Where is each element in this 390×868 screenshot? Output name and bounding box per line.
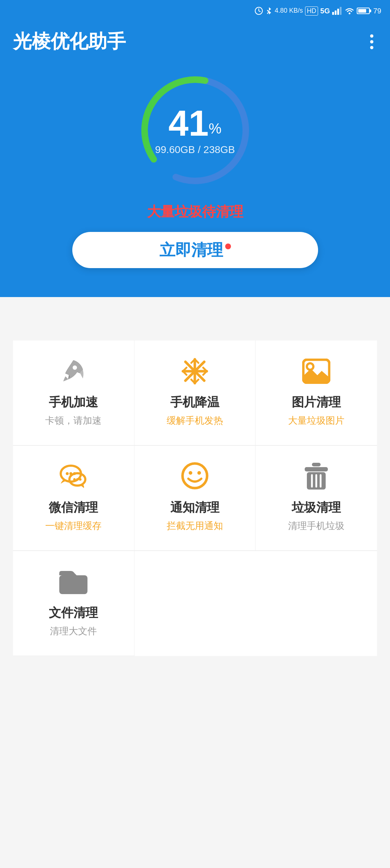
feature-name-image: 图片清理 [292, 394, 341, 411]
svg-rect-35 [312, 463, 321, 466]
svg-rect-3 [337, 9, 339, 15]
feature-notif-clean[interactable]: 通知清理 拦截无用通知 [134, 446, 256, 551]
notification-dot [225, 244, 231, 249]
features-row-2: 微信清理 一键清理缓存 通知清理 拦截无用通知 [13, 446, 377, 551]
wechat-icon [57, 460, 90, 493]
speed-display: 4.80 KB/s [275, 7, 303, 14]
feature-file-clean[interactable]: 文件清理 清理大文件 [13, 551, 134, 656]
svg-point-5 [348, 13, 350, 14]
svg-point-34 [197, 471, 201, 475]
percent-display: 41% [155, 105, 235, 141]
feature-phone-boost[interactable]: 手机加速 卡顿，请加速 [13, 340, 134, 445]
feature-image-clean[interactable]: 图片清理 大量垃圾图片 [256, 340, 377, 445]
storage-circle: 41% 99.60GB / 238GB [134, 69, 257, 192]
svg-point-23 [307, 363, 313, 370]
svg-point-30 [76, 478, 79, 481]
svg-rect-36 [305, 467, 328, 471]
svg-point-33 [189, 471, 192, 475]
storage-info: 41% 99.60GB / 238GB [155, 105, 235, 156]
feature-cool-down[interactable]: 手机降温 缓解手机发热 [134, 340, 256, 445]
battery-level: 79 [373, 7, 381, 15]
svg-rect-2 [335, 10, 337, 15]
empty-cell-2 [256, 551, 377, 656]
clean-button-text: 立即清理 [159, 240, 223, 261]
app-title: 光棱优化助手 [13, 29, 126, 54]
svg-point-32 [183, 463, 207, 488]
svg-point-8 [73, 365, 77, 370]
svg-point-25 [66, 472, 69, 475]
image-icon [300, 355, 333, 388]
feature-desc-file: 清理大文件 [50, 625, 97, 638]
svg-point-29 [73, 478, 76, 481]
feature-junk-clean[interactable]: 垃圾清理 清理手机垃圾 [256, 446, 377, 551]
feature-desc-image: 大量垃圾图片 [288, 414, 344, 427]
percent-symbol: % [209, 120, 222, 136]
feature-desc-boost: 卡顿，请加速 [45, 414, 102, 427]
folder-icon [57, 566, 90, 598]
clean-button[interactable]: 立即清理 [72, 232, 318, 268]
clock-icon [254, 7, 263, 15]
feature-name-junk: 垃圾清理 [292, 499, 341, 516]
percent-value: 41 [168, 103, 209, 143]
dot1 [370, 34, 373, 38]
notification-icon [179, 460, 211, 493]
wifi-icon [344, 7, 355, 15]
feature-desc-junk: 清理手机垃圾 [288, 520, 344, 532]
feature-name-cool: 手机降温 [170, 394, 219, 411]
feature-desc-notif: 拦截无用通知 [167, 520, 223, 532]
storage-separator: / [198, 144, 201, 155]
trash-icon [300, 460, 333, 493]
status-bar: 4.80 KB/s HD 5G 79 [0, 0, 390, 22]
svg-rect-41 [59, 575, 87, 594]
storage-used: 99.60GB [155, 144, 195, 155]
svg-rect-4 [340, 7, 342, 15]
svg-point-21 [193, 369, 197, 373]
feature-name-boost: 手机加速 [49, 394, 98, 411]
feature-name-notif: 通知清理 [170, 499, 219, 516]
features-row-3: 文件清理 清理大文件 [13, 551, 377, 656]
menu-button[interactable] [367, 31, 377, 53]
rocket-icon [57, 355, 90, 388]
hero-section: 41% 99.60GB / 238GB 大量垃圾待清理 立即清理 [0, 54, 390, 297]
app-header: 光棱优化助手 [0, 22, 390, 54]
hd-badge: HD [305, 7, 318, 16]
features-row-1: 手机加速 卡顿，请加速 [13, 340, 377, 446]
feature-wechat-clean[interactable]: 微信清理 一键清理缓存 [13, 446, 134, 551]
feature-name-wechat: 微信清理 [49, 499, 98, 516]
status-icons: 4.80 KB/s HD 5G 79 [254, 7, 381, 16]
5g-badge: 5G [320, 7, 330, 15]
dot2 [370, 40, 373, 43]
battery-icon: 79 [357, 7, 381, 15]
empty-cell-1 [134, 551, 256, 656]
features-section: 手机加速 卡顿，请加速 [0, 297, 390, 670]
storage-total: 238GB [203, 144, 235, 155]
signal-icon [332, 7, 342, 15]
bluetooth-icon [265, 7, 273, 15]
feature-desc-wechat: 一键清理缓存 [45, 520, 102, 532]
feature-desc-cool: 缓解手机发热 [167, 414, 223, 427]
dot3 [370, 46, 373, 49]
svg-point-31 [79, 478, 82, 481]
storage-detail: 99.60GB / 238GB [155, 144, 235, 156]
snowflake-icon [179, 355, 211, 388]
svg-rect-1 [332, 12, 334, 15]
warning-text: 大量垃圾待清理 [147, 203, 243, 221]
feature-name-file: 文件清理 [49, 605, 98, 621]
